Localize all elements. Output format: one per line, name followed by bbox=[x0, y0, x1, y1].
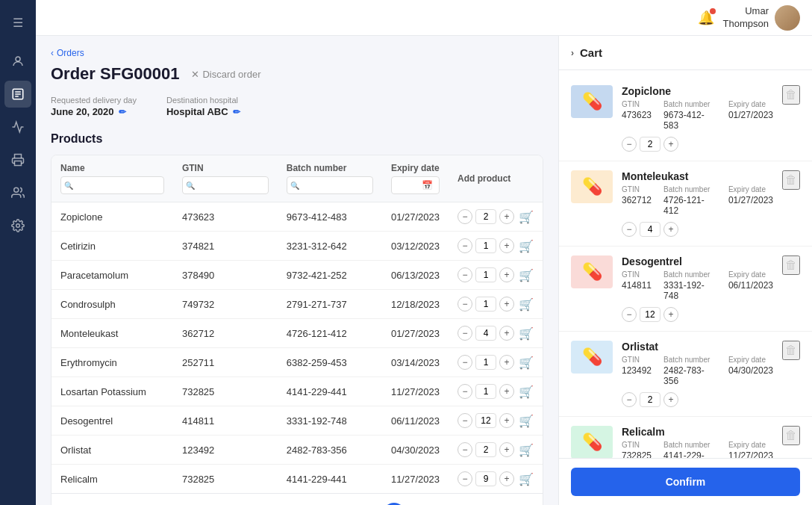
qty-increase-button[interactable]: + bbox=[499, 209, 514, 224]
qty-input[interactable] bbox=[475, 442, 496, 457]
cart-qty-increase[interactable]: + bbox=[663, 222, 678, 237]
qty-input[interactable] bbox=[475, 471, 496, 486]
add-to-cart-icon[interactable]: 🛒 bbox=[519, 326, 534, 341]
qty-input[interactable] bbox=[475, 297, 496, 312]
settings-icon[interactable] bbox=[4, 212, 31, 239]
cart-qty-increase[interactable]: + bbox=[663, 137, 678, 152]
notification-bell[interactable]: 🔔 bbox=[698, 10, 714, 26]
cart-item-name: Desogentrel bbox=[622, 255, 773, 267]
cart-delete-button[interactable]: 🗑 bbox=[782, 170, 800, 190]
confirm-area: Confirm bbox=[559, 458, 812, 505]
qty-input[interactable] bbox=[475, 413, 496, 428]
qty-input[interactable] bbox=[475, 384, 496, 399]
cart-qty-decrease[interactable]: − bbox=[622, 392, 637, 407]
qty-decrease-button[interactable]: − bbox=[457, 384, 472, 399]
qty-increase-button[interactable]: + bbox=[499, 413, 514, 428]
cart-qty-input[interactable] bbox=[640, 307, 660, 322]
add-to-cart-icon[interactable]: 🛒 bbox=[519, 356, 534, 370]
qty-input[interactable] bbox=[475, 209, 496, 224]
cart-delete-button[interactable]: 🗑 bbox=[782, 341, 800, 360]
qty-control: − + bbox=[457, 413, 514, 428]
print-icon[interactable] bbox=[4, 146, 31, 173]
qty-increase-button[interactable]: + bbox=[499, 442, 514, 457]
cell-batch: 2791-271-737 bbox=[278, 290, 382, 319]
add-to-cart-icon[interactable]: 🛒 bbox=[519, 297, 534, 312]
order-header: Order SFG00001 ✕ Discard order bbox=[51, 64, 543, 84]
avatar[interactable] bbox=[775, 5, 800, 31]
menu-icon[interactable]: ☰ bbox=[4, 9, 31, 36]
back-to-orders[interactable]: ‹ Orders bbox=[51, 48, 543, 58]
qty-increase-button[interactable]: + bbox=[499, 326, 514, 341]
col-batch: Batch number bbox=[278, 155, 382, 202]
batch-search-input[interactable] bbox=[287, 176, 373, 194]
back-chevron: ‹ bbox=[51, 48, 54, 58]
cart-batch-col: Batch number 3331-192-748 bbox=[663, 270, 716, 301]
qty-increase-button[interactable]: + bbox=[499, 384, 514, 399]
delivery-date-field: Requested delivery day June 20, 2020 ✏ bbox=[51, 96, 137, 117]
qty-increase-button[interactable]: + bbox=[499, 267, 514, 282]
cart-delete-button[interactable]: 🗑 bbox=[782, 426, 800, 445]
cart-header[interactable]: › Cart bbox=[559, 36, 812, 70]
qty-decrease-button[interactable]: − bbox=[457, 471, 472, 486]
cell-name: Cetirizin bbox=[51, 232, 173, 261]
cart-item-info: Monteleukast GTIN 362712 Batch number 47… bbox=[622, 170, 773, 237]
cart-qty-input[interactable] bbox=[640, 392, 660, 407]
cell-expiry: 04/30/2023 bbox=[382, 436, 449, 465]
hospital-field: Destination hospital Hospital ABC ✏ bbox=[166, 96, 240, 117]
qty-decrease-button[interactable]: − bbox=[457, 442, 472, 457]
qty-increase-button[interactable]: + bbox=[499, 355, 514, 370]
cart-item-image: 💊 bbox=[571, 341, 613, 374]
add-to-cart-icon[interactable]: 🛒 bbox=[519, 268, 534, 282]
cart-delete-button[interactable]: 🗑 bbox=[782, 85, 800, 105]
confirm-button[interactable]: Confirm bbox=[571, 468, 800, 496]
qty-decrease-button[interactable]: − bbox=[457, 326, 472, 341]
qty-decrease-button[interactable]: − bbox=[457, 238, 472, 253]
cart-qty-decrease[interactable]: − bbox=[622, 137, 637, 152]
qty-decrease-button[interactable]: − bbox=[457, 297, 472, 312]
cart-qty-increase[interactable]: + bbox=[663, 392, 678, 407]
add-to-cart-icon[interactable]: 🛒 bbox=[519, 210, 534, 224]
add-to-cart-icon[interactable]: 🛒 bbox=[519, 472, 534, 486]
expiry-label: Expiry date bbox=[728, 185, 773, 193]
qty-increase-button[interactable]: + bbox=[499, 297, 514, 312]
gtin-value: 123492 bbox=[622, 365, 652, 376]
cart-qty-increase[interactable]: + bbox=[663, 307, 678, 322]
cart-qty-input[interactable] bbox=[640, 137, 660, 152]
expiry-value: 11/27/2023 bbox=[728, 450, 773, 458]
qty-increase-button[interactable]: + bbox=[499, 238, 514, 253]
table-row: Desogentrel 414811 3331-192-748 06/11/20… bbox=[51, 406, 543, 436]
qty-decrease-button[interactable]: − bbox=[457, 413, 472, 428]
add-to-cart-icon[interactable]: 🛒 bbox=[519, 385, 534, 399]
add-to-cart-icon[interactable]: 🛒 bbox=[519, 414, 534, 428]
cart-delete-button[interactable]: 🗑 bbox=[782, 255, 800, 275]
qty-control: − + bbox=[457, 442, 514, 457]
add-to-cart-icon[interactable]: 🛒 bbox=[519, 239, 534, 253]
delivery-edit-icon[interactable]: ✏ bbox=[119, 107, 126, 117]
gtin-search-input[interactable] bbox=[182, 176, 269, 194]
qty-decrease-button[interactable]: − bbox=[457, 267, 472, 282]
cart-qty-decrease[interactable]: − bbox=[622, 307, 637, 322]
qty-decrease-button[interactable]: − bbox=[457, 209, 472, 224]
qty-input[interactable] bbox=[475, 355, 496, 370]
people-icon[interactable] bbox=[4, 179, 31, 206]
cart-item: 💊 Monteleukast GTIN 362712 Batch number … bbox=[559, 161, 812, 247]
qty-increase-button[interactable]: + bbox=[499, 471, 514, 486]
hospital-edit-icon[interactable]: ✏ bbox=[233, 107, 240, 117]
cart-qty-decrease[interactable]: − bbox=[622, 222, 637, 237]
expiry-label: Expiry date bbox=[728, 356, 773, 364]
gtin-label: GTIN bbox=[622, 270, 652, 279]
expiry-date-input[interactable]: 📅 bbox=[391, 176, 440, 194]
qty-decrease-button[interactable]: − bbox=[457, 355, 472, 370]
analytics-icon[interactable] bbox=[4, 114, 31, 140]
name-search-input[interactable] bbox=[60, 176, 164, 194]
qty-input[interactable] bbox=[475, 267, 496, 282]
cart-gtin-col: GTIN 362712 bbox=[622, 185, 652, 216]
cell-expiry: 06/13/2023 bbox=[382, 261, 449, 290]
qty-input[interactable] bbox=[475, 238, 496, 253]
user-icon[interactable] bbox=[4, 48, 31, 75]
cart-qty-input[interactable] bbox=[640, 222, 660, 237]
discard-order-button[interactable]: ✕ Discard order bbox=[191, 69, 260, 80]
qty-input[interactable] bbox=[475, 326, 496, 341]
orders-icon[interactable] bbox=[4, 81, 31, 108]
add-to-cart-icon[interactable]: 🛒 bbox=[519, 443, 534, 457]
